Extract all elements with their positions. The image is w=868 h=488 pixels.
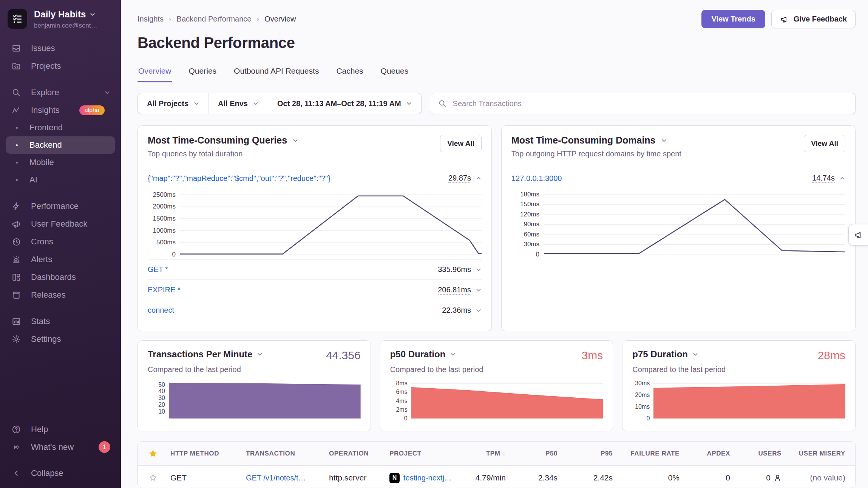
column-header-p50[interactable]: P50	[510, 450, 561, 457]
query-link[interactable]: {"map":"?","mapReduce":"$cmd","out":"?",…	[148, 174, 331, 183]
gear-icon	[11, 334, 21, 344]
column-header-operation[interactable]: OPERATION	[325, 450, 386, 457]
clock-icon	[11, 237, 21, 247]
table-header-row: HTTP METHOD TRANSACTION OPERATION PROJEC…	[138, 442, 855, 466]
sidebar-item-insights[interactable]: Insights alpha	[0, 101, 121, 119]
chevron-down-icon[interactable]	[292, 137, 298, 144]
p75-duration-chart: 30ms20ms10ms0	[632, 380, 845, 419]
sidebar-item-stats[interactable]: Stats	[0, 312, 121, 330]
domain-total-time[interactable]: 14.74s	[812, 174, 835, 183]
chevron-down-icon[interactable]	[450, 351, 456, 357]
project-filter[interactable]: All Projects	[138, 93, 209, 114]
chevron-down-icon[interactable]	[257, 351, 263, 357]
sidebar-item-explore[interactable]: Explore	[0, 83, 121, 101]
give-feedback-button[interactable]: Give Feedback	[771, 10, 856, 28]
tab-queues[interactable]: Queues	[380, 63, 409, 82]
broadcast-icon	[11, 442, 21, 452]
sidebar-item-issues[interactable]: Issues	[0, 39, 121, 57]
megaphone-icon	[780, 15, 789, 24]
domain-duration-chart: 180ms150ms120ms90ms60ms30ms0	[511, 191, 845, 255]
transaction-link[interactable]: GET /v1/notes/t…	[246, 474, 306, 482]
user-icon	[774, 474, 782, 482]
sidebar-item-ai[interactable]: AI	[0, 171, 121, 188]
query-total-time[interactable]: 29.87s	[448, 174, 471, 183]
sidebar-item-user-feedback[interactable]: User Feedback	[0, 215, 121, 233]
view-trends-button[interactable]: View Trends	[701, 10, 765, 28]
query-duration-chart: 2500ms2000ms1500ms1000ms500ms0	[148, 191, 482, 255]
sidebar-collapse-button[interactable]: Collapse	[0, 464, 121, 482]
query-link[interactable]: EXPIRE *	[148, 286, 181, 294]
sidebar-item-alerts[interactable]: Alerts	[0, 250, 121, 268]
star-column-header[interactable]	[138, 449, 167, 458]
query-row: GET * 335.96ms	[148, 259, 482, 280]
sidebar-item-releases[interactable]: Releases	[0, 286, 121, 304]
column-header-failure-rate[interactable]: FAILURE RATE	[616, 450, 683, 457]
search-transactions-input[interactable]	[452, 99, 848, 108]
metric-value: 3ms	[582, 349, 603, 362]
siren-icon	[11, 255, 21, 264]
tab-queries[interactable]: Queries	[188, 63, 218, 82]
sidebar-item-label: Crons	[31, 237, 53, 247]
column-header-apdex[interactable]: APDEX	[683, 450, 734, 457]
cell-users: 0	[766, 473, 771, 482]
project-link[interactable]: testing-nextj…	[403, 474, 452, 482]
org-switcher[interactable]: Daily Habits benjamin.coe@sent…	[0, 9, 121, 29]
query-row: connect 22.36ms	[148, 300, 482, 320]
queries-view-all-button[interactable]: View All	[440, 135, 482, 152]
feedback-edge-button[interactable]	[848, 224, 868, 246]
breadcrumb-insights[interactable]: Insights	[137, 15, 164, 23]
sidebar-item-whats-new[interactable]: What's new 1	[0, 438, 121, 456]
org-name: Daily Habits	[34, 9, 86, 20]
tab-overview[interactable]: Overview	[137, 63, 172, 82]
issues-icon	[11, 43, 21, 53]
environment-filter[interactable]: All Envs	[209, 93, 268, 114]
chevron-up-icon[interactable]	[476, 175, 482, 181]
sidebar-item-label: Mobile	[29, 158, 54, 167]
sidebar-item-label: User Feedback	[31, 219, 87, 229]
date-range-filter[interactable]: Oct 28, 11:13 AM–Oct 28, 11:19 AM	[268, 93, 421, 114]
column-header-http-method[interactable]: HTTP METHOD	[167, 450, 242, 457]
star-filled-icon	[148, 449, 158, 458]
sidebar-item-help[interactable]: Help	[0, 420, 121, 438]
domain-link[interactable]: 127.0.0.1:3000	[511, 174, 562, 183]
sidebar-item-performance[interactable]: Performance	[0, 197, 121, 215]
domains-view-all-button[interactable]: View All	[804, 135, 845, 152]
chevron-up-icon[interactable]	[839, 175, 845, 181]
bullet-icon	[16, 179, 18, 181]
chevron-down-icon[interactable]	[476, 307, 482, 313]
breadcrumb-separator: ›	[257, 15, 259, 23]
chevron-down-icon[interactable]	[692, 351, 698, 357]
chevron-down-icon[interactable]	[476, 287, 482, 293]
tab-outbound-api-requests[interactable]: Outbound API Requests	[233, 63, 320, 82]
org-email: benjamin.coe@sent…	[34, 22, 97, 29]
help-icon	[11, 425, 21, 434]
sidebar-item-mobile[interactable]: Mobile	[0, 154, 121, 171]
sidebar-item-backend[interactable]: Backend	[6, 136, 115, 154]
alpha-badge: alpha	[79, 105, 105, 115]
sidebar-item-settings[interactable]: Settings	[0, 330, 121, 348]
p50-duration-chart: 8ms6ms4ms2ms0	[390, 380, 603, 419]
sidebar-item-label: Releases	[31, 290, 66, 300]
query-link[interactable]: connect	[148, 306, 174, 315]
chevron-down-icon	[193, 100, 199, 107]
column-header-users[interactable]: USERS	[734, 450, 785, 457]
tab-caches[interactable]: Caches	[335, 63, 364, 82]
chevron-down-icon[interactable]	[661, 137, 667, 144]
column-header-user-misery[interactable]: USER MISERY	[785, 450, 855, 457]
main-content: Insights › Backend Performance › Overvie…	[121, 0, 868, 488]
sidebar-item-frontend[interactable]: Frontend	[0, 119, 121, 136]
column-header-tpm[interactable]: TPM ↓	[464, 450, 510, 457]
column-header-p95[interactable]: P95	[561, 450, 616, 457]
sidebar-item-dashboards[interactable]: Dashboards	[0, 268, 121, 286]
nextjs-project-icon: N	[389, 473, 400, 483]
sidebar-item-crons[interactable]: Crons	[0, 233, 121, 250]
sidebar-item-projects[interactable]: Projects	[0, 57, 121, 75]
column-header-transaction[interactable]: TRANSACTION	[242, 450, 325, 457]
query-link[interactable]: GET *	[148, 265, 168, 274]
filter-bar: All Projects All Envs Oct 28, 11:13 AM–O…	[137, 93, 856, 114]
column-header-project[interactable]: PROJECT	[386, 450, 464, 457]
breadcrumb-backend-performance[interactable]: Backend Performance	[177, 15, 252, 23]
star-outline-icon[interactable]	[148, 473, 158, 482]
chevron-down-icon[interactable]	[476, 267, 482, 273]
search-icon	[11, 88, 21, 97]
